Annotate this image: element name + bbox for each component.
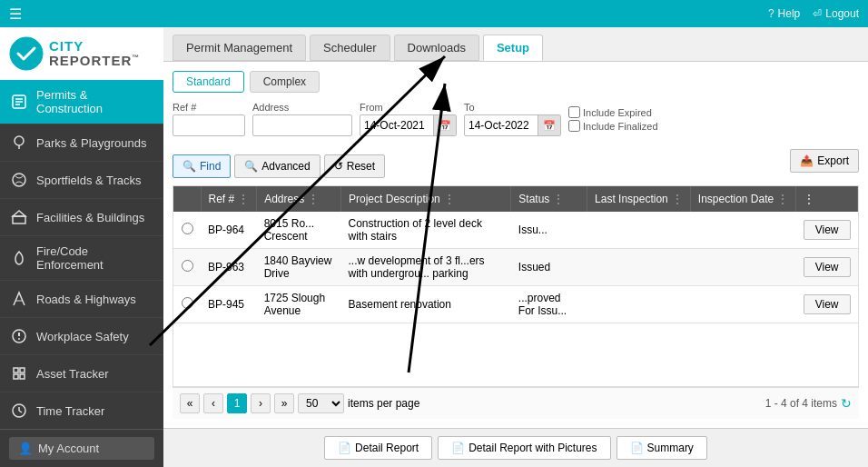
- row-description: Basement renovation: [341, 286, 511, 323]
- col-inspection-date-handle[interactable]: ⋮: [777, 193, 788, 205]
- row-select-radio[interactable]: [182, 223, 193, 234]
- sidebar-item-workplace[interactable]: Workplace Safety: [0, 318, 163, 355]
- include-expired-checkbox[interactable]: [568, 106, 580, 118]
- sidebar-item-facilities[interactable]: Facilities & Buildings: [0, 199, 163, 236]
- view-button[interactable]: View: [804, 220, 851, 240]
- page-next-button[interactable]: ›: [251, 393, 271, 413]
- page-1-button[interactable]: 1: [227, 393, 247, 413]
- sub-tab-complex[interactable]: Complex: [250, 71, 320, 93]
- page-prev-button[interactable]: ‹: [203, 393, 223, 413]
- from-calendar-icon[interactable]: 📅: [433, 115, 456, 135]
- tab-scheduler[interactable]: Scheduler: [310, 35, 390, 61]
- row-status: Issu...: [511, 212, 587, 249]
- svg-rect-15: [20, 368, 25, 373]
- col-ref-handle[interactable]: ⋮: [238, 193, 249, 205]
- col-address[interactable]: Address ⋮: [257, 186, 341, 212]
- col-inspection-date-label: Inspection Date: [698, 193, 774, 205]
- find-button[interactable]: 🔍 Find: [173, 154, 231, 178]
- to-calendar-icon[interactable]: 📅: [538, 115, 560, 135]
- sidebar-label-asset: Asset Tracker: [36, 367, 108, 381]
- menu-icon[interactable]: ☰: [9, 5, 22, 23]
- row-description: ...w development of 3 fl...ers with unde…: [341, 249, 511, 286]
- sub-tab-standard[interactable]: Standard: [173, 71, 244, 93]
- sidebar-label-roads: Roads & Highways: [36, 293, 136, 306]
- advanced-button[interactable]: 🔍 Advanced: [234, 154, 320, 178]
- address-input[interactable]: [252, 114, 352, 136]
- row-select-radio[interactable]: [182, 260, 193, 272]
- items-per-page-select[interactable]: 50 25 100: [298, 393, 344, 413]
- svg-line-20: [19, 411, 22, 412]
- tab-permit-management[interactable]: Permit Management: [173, 35, 306, 61]
- row-view-cell: View: [796, 286, 858, 323]
- sidebar-label-fire: Fire/Code Enforcement: [36, 244, 154, 272]
- sidebar-item-time[interactable]: Time Tracker: [0, 392, 163, 429]
- svg-point-13: [18, 338, 20, 340]
- view-button[interactable]: View: [804, 257, 851, 277]
- detail-report-button[interactable]: 📄 Detail Report: [324, 436, 432, 460]
- from-label: From: [360, 102, 457, 113]
- address-label: Address: [252, 102, 352, 113]
- find-icon: 🔍: [182, 160, 196, 173]
- sidebar-item-asset[interactable]: Asset Tracker: [0, 355, 163, 392]
- col-description[interactable]: Project Description ⋮: [341, 186, 511, 212]
- table-body: BP-964 8015 Ro... Crescent Construction …: [173, 212, 858, 323]
- col-actions: ⋮: [796, 186, 858, 212]
- detail-report-pictures-button[interactable]: 📄 Detail Report with Pictures: [438, 436, 610, 460]
- col-last-inspection-handle[interactable]: ⋮: [672, 193, 683, 205]
- permits-icon: [9, 92, 29, 112]
- row-last-inspection: [587, 249, 691, 286]
- my-account-button[interactable]: 👤 My Account: [9, 437, 154, 460]
- include-finalized-label[interactable]: Include Finalized: [568, 120, 658, 132]
- sidebar-label-parks: Parks & Playgrounds: [36, 136, 146, 150]
- from-date-input[interactable]: [360, 116, 433, 134]
- row-select-radio[interactable]: [182, 297, 193, 309]
- col-actions-handle[interactable]: ⋮: [804, 193, 814, 205]
- sidebar-item-sportfields[interactable]: Sportfields & Tracks: [0, 162, 163, 199]
- sidebar-logo: CITY REPORTER™: [0, 27, 163, 80]
- action-buttons: 🔍 Find 🔍 Advanced ↺ Reset: [173, 154, 385, 178]
- address-filter-group: Address: [252, 102, 352, 136]
- include-finalized-checkbox[interactable]: [568, 120, 580, 132]
- ref-input[interactable]: [173, 114, 245, 136]
- help-link[interactable]: ? Help: [768, 7, 800, 20]
- col-select: [173, 186, 201, 212]
- svg-rect-14: [14, 368, 18, 373]
- col-description-handle[interactable]: ⋮: [444, 193, 455, 205]
- advanced-icon: 🔍: [244, 160, 258, 173]
- sidebar: CITY REPORTER™ Permits & Construction Pa…: [0, 27, 163, 467]
- refresh-icon[interactable]: ↻: [841, 396, 852, 411]
- sidebar-item-parks[interactable]: Parks & Playgrounds: [0, 124, 163, 162]
- detail-report-label: Detail Report: [355, 442, 419, 454]
- col-address-handle[interactable]: ⋮: [308, 193, 319, 205]
- col-last-inspection[interactable]: Last Inspection ⋮: [587, 186, 691, 212]
- sidebar-item-roads[interactable]: Roads & Highways: [0, 281, 163, 318]
- sidebar-item-fire[interactable]: Fire/Code Enforcement: [0, 236, 163, 281]
- topbar: ☰ ? Help ⏎ Logout: [0, 0, 868, 27]
- tab-bar: Permit Management Scheduler Downloads Se…: [163, 27, 868, 62]
- page-first-button[interactable]: «: [180, 393, 200, 413]
- svg-point-7: [13, 174, 25, 186]
- row-status: Issued: [511, 249, 587, 286]
- row-status: ...proved For Issu...: [511, 286, 587, 323]
- tab-downloads[interactable]: Downloads: [394, 35, 479, 61]
- col-ref[interactable]: Ref # ⋮: [201, 186, 257, 212]
- col-status[interactable]: Status ⋮: [511, 186, 587, 212]
- col-inspection-date[interactable]: Inspection Date ⋮: [690, 186, 795, 212]
- tab-setup[interactable]: Setup: [483, 35, 543, 61]
- row-radio-cell: [173, 249, 201, 286]
- logout-link[interactable]: ⏎ Logout: [813, 7, 859, 20]
- export-button[interactable]: 📤 Export: [790, 149, 859, 173]
- summary-button[interactable]: 📄 Summary: [616, 436, 707, 460]
- col-status-handle[interactable]: ⋮: [553, 193, 564, 205]
- row-inspection-date: [690, 249, 795, 286]
- to-date-input[interactable]: [465, 116, 538, 134]
- row-ref: BP-963: [201, 249, 257, 286]
- page-last-button[interactable]: »: [274, 393, 294, 413]
- view-button[interactable]: View: [804, 294, 851, 314]
- row-view-cell: View: [796, 212, 858, 249]
- include-expired-label[interactable]: Include Expired: [568, 106, 658, 118]
- reset-button[interactable]: ↺ Reset: [324, 154, 385, 178]
- facilities-icon: [9, 207, 29, 227]
- sidebar-item-permits[interactable]: Permits & Construction: [0, 80, 163, 124]
- row-address: 8015 Ro... Crescent: [257, 212, 341, 249]
